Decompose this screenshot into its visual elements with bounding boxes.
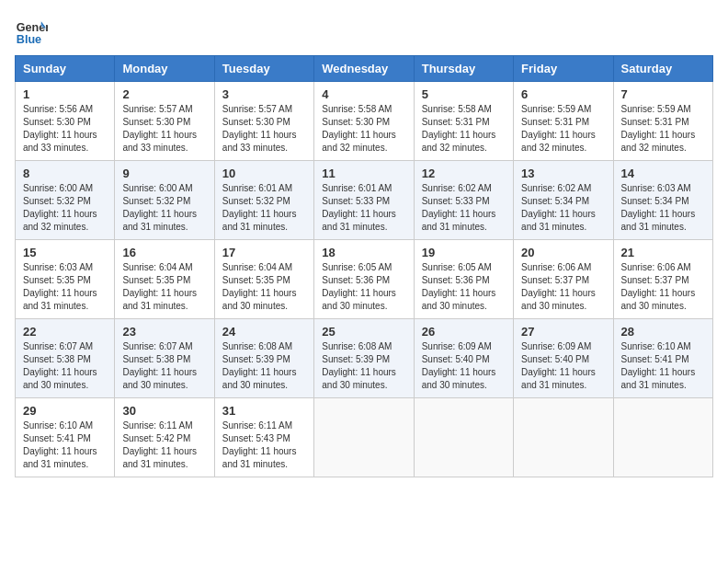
day-number: 2 [122,87,206,101]
day-number: 23 [122,325,206,339]
day-info: Sunrise: 6:08 AM Sunset: 5:39 PM Dayligh… [322,340,405,392]
calendar-cell: 20Sunrise: 6:06 AM Sunset: 5:37 PM Dayli… [514,240,613,319]
calendar-week-3: 15Sunrise: 6:03 AM Sunset: 5:35 PM Dayli… [16,240,713,319]
day-number: 6 [521,87,605,101]
calendar-week-2: 8Sunrise: 6:00 AM Sunset: 5:32 PM Daylig… [16,161,713,240]
calendar-cell: 25Sunrise: 6:08 AM Sunset: 5:39 PM Dayli… [314,319,414,398]
calendar-cell: 4Sunrise: 5:58 AM Sunset: 5:30 PM Daylig… [314,82,414,161]
day-info: Sunrise: 6:03 AM Sunset: 5:34 PM Dayligh… [621,182,705,234]
calendar-cell: 19Sunrise: 6:05 AM Sunset: 5:36 PM Dayli… [414,240,513,319]
calendar-cell: 22Sunrise: 6:07 AM Sunset: 5:38 PM Dayli… [16,319,115,398]
calendar-cell [414,398,513,477]
day-number: 15 [23,246,107,259]
day-number: 14 [621,167,705,180]
calendar-cell: 28Sunrise: 6:10 AM Sunset: 5:41 PM Dayli… [613,319,712,398]
day-number: 20 [521,246,605,259]
weekday-header-saturday: Saturday [613,56,712,82]
calendar-cell: 1Sunrise: 5:56 AM Sunset: 5:30 PM Daylig… [16,82,115,161]
day-info: Sunrise: 6:00 AM Sunset: 5:32 PM Dayligh… [23,182,107,234]
day-number: 26 [422,325,506,339]
page-header: General Blue [15,15,713,48]
day-number: 28 [621,325,705,339]
day-info: Sunrise: 6:10 AM Sunset: 5:41 PM Dayligh… [23,419,107,471]
day-number: 5 [422,87,506,101]
calendar-cell: 18Sunrise: 6:05 AM Sunset: 5:36 PM Dayli… [314,240,414,319]
day-number: 22 [23,325,107,339]
day-number: 17 [222,246,306,259]
day-info: Sunrise: 6:03 AM Sunset: 5:35 PM Dayligh… [23,261,107,313]
day-info: Sunrise: 5:58 AM Sunset: 5:31 PM Dayligh… [422,103,506,155]
day-number: 12 [422,167,506,180]
day-info: Sunrise: 6:08 AM Sunset: 5:39 PM Dayligh… [222,340,306,392]
day-info: Sunrise: 6:04 AM Sunset: 5:35 PM Dayligh… [222,261,306,313]
weekday-header-monday: Monday [115,56,214,82]
day-info: Sunrise: 6:00 AM Sunset: 5:32 PM Dayligh… [122,182,206,234]
weekday-header-tuesday: Tuesday [214,56,313,82]
calendar-cell: 10Sunrise: 6:01 AM Sunset: 5:32 PM Dayli… [214,161,313,240]
weekday-header-thursday: Thursday [414,56,513,82]
day-info: Sunrise: 5:59 AM Sunset: 5:31 PM Dayligh… [521,103,605,155]
calendar-cell: 8Sunrise: 6:00 AM Sunset: 5:32 PM Daylig… [16,161,115,240]
calendar-cell: 27Sunrise: 6:09 AM Sunset: 5:40 PM Dayli… [514,319,613,398]
day-number: 31 [222,404,306,418]
day-number: 13 [521,167,605,180]
calendar-cell: 17Sunrise: 6:04 AM Sunset: 5:35 PM Dayli… [214,240,313,319]
weekday-header-row: SundayMondayTuesdayWednesdayThursdayFrid… [16,56,713,82]
day-number: 29 [23,404,107,418]
day-number: 21 [621,246,705,259]
day-number: 16 [122,246,206,259]
calendar-week-4: 22Sunrise: 6:07 AM Sunset: 5:38 PM Dayli… [16,319,713,398]
day-number: 24 [222,325,306,339]
day-info: Sunrise: 6:04 AM Sunset: 5:35 PM Dayligh… [122,261,206,313]
calendar-cell: 24Sunrise: 6:08 AM Sunset: 5:39 PM Dayli… [214,319,313,398]
day-number: 19 [422,246,506,259]
calendar-cell: 6Sunrise: 5:59 AM Sunset: 5:31 PM Daylig… [514,82,613,161]
calendar-cell: 14Sunrise: 6:03 AM Sunset: 5:34 PM Dayli… [613,161,712,240]
calendar-cell: 23Sunrise: 6:07 AM Sunset: 5:38 PM Dayli… [115,319,214,398]
svg-text:Blue: Blue [17,33,41,46]
calendar-cell: 29Sunrise: 6:10 AM Sunset: 5:41 PM Dayli… [16,398,115,477]
weekday-header-wednesday: Wednesday [314,56,414,82]
day-number: 9 [122,167,206,180]
day-number: 1 [23,87,107,101]
day-info: Sunrise: 6:07 AM Sunset: 5:38 PM Dayligh… [23,340,107,392]
day-number: 30 [122,404,206,418]
day-info: Sunrise: 6:09 AM Sunset: 5:40 PM Dayligh… [521,340,605,392]
logo: General Blue [15,15,48,48]
day-number: 7 [621,87,705,101]
day-info: Sunrise: 6:06 AM Sunset: 5:37 PM Dayligh… [521,261,605,313]
day-info: Sunrise: 6:11 AM Sunset: 5:43 PM Dayligh… [222,419,306,471]
day-number: 25 [322,325,405,339]
calendar-cell [613,398,712,477]
day-number: 4 [322,87,405,101]
day-info: Sunrise: 5:59 AM Sunset: 5:31 PM Dayligh… [621,103,705,155]
day-info: Sunrise: 6:10 AM Sunset: 5:41 PM Dayligh… [621,340,705,392]
calendar-cell: 13Sunrise: 6:02 AM Sunset: 5:34 PM Dayli… [514,161,613,240]
day-info: Sunrise: 6:07 AM Sunset: 5:38 PM Dayligh… [122,340,206,392]
logo-icon: General Blue [15,15,48,48]
calendar-cell: 11Sunrise: 6:01 AM Sunset: 5:33 PM Dayli… [314,161,414,240]
calendar-cell: 3Sunrise: 5:57 AM Sunset: 5:30 PM Daylig… [214,82,313,161]
day-number: 11 [322,167,405,180]
day-info: Sunrise: 6:09 AM Sunset: 5:40 PM Dayligh… [422,340,506,392]
calendar-cell: 5Sunrise: 5:58 AM Sunset: 5:31 PM Daylig… [414,82,513,161]
calendar-cell: 30Sunrise: 6:11 AM Sunset: 5:42 PM Dayli… [115,398,214,477]
calendar-cell: 16Sunrise: 6:04 AM Sunset: 5:35 PM Dayli… [115,240,214,319]
calendar-cell: 7Sunrise: 5:59 AM Sunset: 5:31 PM Daylig… [613,82,712,161]
day-info: Sunrise: 6:05 AM Sunset: 5:36 PM Dayligh… [422,261,506,313]
day-info: Sunrise: 5:57 AM Sunset: 5:30 PM Dayligh… [122,103,206,155]
day-info: Sunrise: 6:11 AM Sunset: 5:42 PM Dayligh… [122,419,206,471]
day-info: Sunrise: 6:05 AM Sunset: 5:36 PM Dayligh… [322,261,405,313]
calendar-cell: 21Sunrise: 6:06 AM Sunset: 5:37 PM Dayli… [613,240,712,319]
day-info: Sunrise: 5:57 AM Sunset: 5:30 PM Dayligh… [222,103,306,155]
day-number: 18 [322,246,405,259]
calendar-cell: 15Sunrise: 6:03 AM Sunset: 5:35 PM Dayli… [16,240,115,319]
calendar-cell: 31Sunrise: 6:11 AM Sunset: 5:43 PM Dayli… [214,398,313,477]
calendar-table: SundayMondayTuesdayWednesdayThursdayFrid… [15,55,713,477]
day-info: Sunrise: 5:56 AM Sunset: 5:30 PM Dayligh… [23,103,107,155]
day-number: 10 [222,167,306,180]
calendar-week-5: 29Sunrise: 6:10 AM Sunset: 5:41 PM Dayli… [16,398,713,477]
calendar-cell: 9Sunrise: 6:00 AM Sunset: 5:32 PM Daylig… [115,161,214,240]
day-info: Sunrise: 6:01 AM Sunset: 5:33 PM Dayligh… [322,182,405,234]
weekday-header-sunday: Sunday [16,56,115,82]
